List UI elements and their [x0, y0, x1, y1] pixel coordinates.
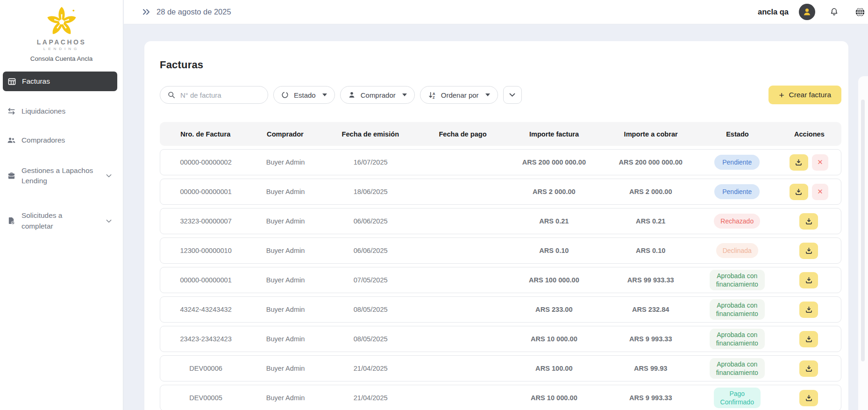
- invoice-amount: ARS 233.00: [504, 306, 604, 313]
- invoice-row[interactable]: 00000-00000002Buyer Admin16/07/2025ARS 2…: [160, 149, 841, 175]
- person-icon: [802, 7, 812, 17]
- invoice-amount: ARS 10 000.00: [504, 394, 604, 402]
- column-header: Fecha de emisión: [319, 130, 421, 138]
- actions-cell: [777, 302, 841, 318]
- search-input[interactable]: [180, 91, 260, 99]
- collectible-amount: ARS 99 933.33: [604, 276, 697, 284]
- invoice-row[interactable]: 43242-43243432Buyer Admin08/05/2025ARS 2…: [160, 296, 841, 323]
- bell-icon[interactable]: [829, 7, 839, 17]
- invoice-amount: ARS 0.10: [504, 247, 604, 254]
- grid-icon: [7, 78, 16, 86]
- comprador-filter-label: Comprador: [361, 91, 396, 99]
- download-button[interactable]: [799, 272, 818, 288]
- briefcase-icon: [7, 172, 16, 180]
- invoice-row[interactable]: 12300-00000010Buyer Admin06/06/2025ARS 0…: [160, 237, 841, 264]
- invoice-row[interactable]: 00000-00000001Buyer Admin18/06/2025ARS 2…: [160, 179, 841, 205]
- invoices-panel: Facturas Estado Comprador AZ: [144, 41, 848, 410]
- download-button[interactable]: [799, 331, 818, 347]
- invoice-amount: ARS 100 000.00: [504, 276, 604, 284]
- sidebar-nav: FacturasLiquidacionesCompradoresGestione…: [0, 72, 123, 236]
- invoice-number: DEV00006: [160, 365, 251, 372]
- logo-subtitle: LENDING: [0, 47, 123, 51]
- actions-cell: [777, 243, 841, 259]
- download-button[interactable]: [799, 390, 818, 406]
- status-badge: Pendiente: [714, 155, 760, 170]
- avatar[interactable]: [799, 4, 815, 20]
- swap-arrows-icon: [7, 108, 16, 115]
- close-icon: ✕: [817, 187, 823, 196]
- invoice-row[interactable]: 23423-23432423Buyer Admin08/05/2025ARS 1…: [160, 326, 841, 352]
- download-button[interactable]: [799, 302, 818, 318]
- cancel-button[interactable]: ✕: [812, 184, 828, 200]
- invoice-search-field[interactable]: [160, 86, 268, 104]
- chevron-down-icon: [106, 219, 112, 223]
- download-icon: [804, 394, 813, 402]
- more-filters-button[interactable]: [503, 86, 522, 104]
- issue-date: 06/06/2025: [320, 247, 422, 254]
- buyer-name: Buyer Admin: [251, 158, 320, 166]
- issue-date: 08/05/2025: [320, 306, 422, 313]
- status-badge: Declinada: [716, 243, 758, 258]
- invoice-number: 43242-43243432: [160, 306, 251, 313]
- column-header: Importe factura: [504, 130, 604, 138]
- status-cell: Rechazado: [697, 214, 777, 229]
- document-check-icon: [7, 217, 16, 225]
- status-badge: Rechazado: [714, 214, 760, 229]
- sidebar-item-liquidaciones[interactable]: Liquidaciones: [0, 101, 123, 121]
- double-chevron-right-icon[interactable]: [142, 8, 151, 16]
- column-header: Comprador: [251, 130, 320, 138]
- cancel-button[interactable]: ✕: [812, 154, 828, 171]
- buyer-name: Buyer Admin: [251, 365, 320, 372]
- sidebar-item-gestiones[interactable]: Gestiones a Lapachos Lending: [0, 161, 123, 191]
- invoice-number: 32323-00000007: [160, 217, 251, 225]
- invoice-row[interactable]: 00000-00000001Buyer Admin07/05/2025ARS 1…: [160, 267, 841, 293]
- issue-date: 07/05/2025: [320, 276, 422, 284]
- people-icon: [7, 137, 16, 144]
- sidebar-item-label: Gestiones a Lapachos Lending: [21, 165, 95, 187]
- table-body: 00000-00000002Buyer Admin16/07/2025ARS 2…: [160, 149, 841, 410]
- download-button[interactable]: [790, 184, 808, 200]
- estado-filter-dropdown[interactable]: Estado: [273, 86, 335, 104]
- actions-cell: [777, 272, 841, 288]
- invoice-row[interactable]: 32323-00000007Buyer Admin06/06/2025ARS 0…: [160, 208, 841, 234]
- download-button[interactable]: [799, 213, 818, 230]
- invoice-amount: ARS 0.21: [504, 217, 604, 225]
- status-badge: Aprobada con financiamiento: [710, 299, 765, 320]
- invoice-amount: ARS 200 000 000.00: [504, 158, 604, 166]
- invoice-row[interactable]: DEV00005Buyer Admin21/04/2025ARS 10 000.…: [160, 385, 841, 410]
- buyer-name: Buyer Admin: [251, 394, 320, 402]
- buyer-name: Buyer Admin: [251, 276, 320, 284]
- sidebar-item-compradores[interactable]: Compradores: [0, 130, 123, 150]
- sidebar-item-facturas[interactable]: Facturas: [3, 72, 117, 91]
- download-icon: [804, 247, 813, 255]
- buyer-name: Buyer Admin: [251, 306, 320, 313]
- invoice-row[interactable]: DEV00006Buyer Admin21/04/2025ARS 100.00A…: [160, 355, 841, 381]
- download-button[interactable]: [799, 243, 818, 259]
- sidebar-item-label: Solicitudes a completar: [21, 210, 95, 231]
- actions-cell: ✕: [777, 154, 841, 171]
- column-header: Estado: [697, 130, 777, 138]
- invoice-number: 12300-00000010: [160, 247, 251, 254]
- invoice-number: 00000-00000001: [160, 276, 251, 284]
- status-badge: Aprobada con financiamiento: [710, 270, 765, 290]
- download-button[interactable]: [790, 154, 808, 171]
- search-icon: [168, 91, 175, 99]
- console-label: Consola Cuenta Ancla: [0, 55, 123, 62]
- create-invoice-button[interactable]: + Crear factura: [768, 86, 841, 104]
- actions-cell: [777, 331, 841, 347]
- status-cell: Aprobada con financiamiento: [697, 299, 777, 320]
- comprador-filter-dropdown[interactable]: Comprador: [340, 86, 415, 104]
- ordenar-por-dropdown[interactable]: AZ Ordenar por: [420, 86, 498, 104]
- filters-row: Estado Comprador AZ Ordenar por + Crear …: [160, 86, 841, 104]
- status-cell: Aprobada con financiamiento: [697, 329, 777, 349]
- download-icon: [804, 335, 813, 343]
- collectible-amount: ARS 232.84: [604, 306, 697, 313]
- status-badge: Aprobada con financiamiento: [710, 358, 765, 379]
- actions-cell: [777, 360, 841, 377]
- download-button[interactable]: [799, 360, 818, 377]
- close-icon: ✕: [817, 158, 823, 166]
- globe-icon[interactable]: [854, 7, 866, 18]
- logo: LAPACHOS LENDING: [0, 0, 123, 51]
- scrollbar-thumb[interactable]: [861, 100, 865, 361]
- sidebar-item-solicitudes[interactable]: Solicitudes a completar: [0, 206, 123, 236]
